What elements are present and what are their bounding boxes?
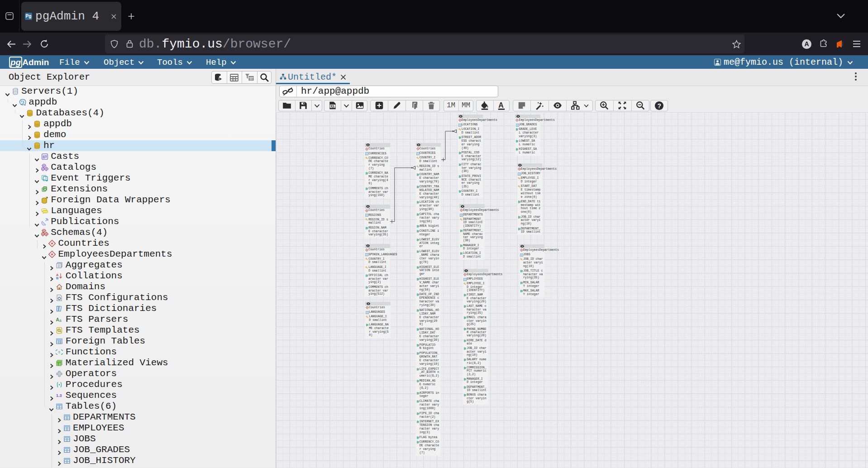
svg-text:?: ? xyxy=(658,102,662,109)
svg-text:a: a xyxy=(59,318,62,323)
svg-text:SQL: SQL xyxy=(330,105,335,108)
svg-text:A: A xyxy=(498,101,504,109)
svg-text:B: B xyxy=(56,276,59,280)
svg-text:9: 9 xyxy=(45,154,47,158)
svg-text:1.3: 1.3 xyxy=(56,393,62,398)
svg-text:A: A xyxy=(56,317,59,322)
